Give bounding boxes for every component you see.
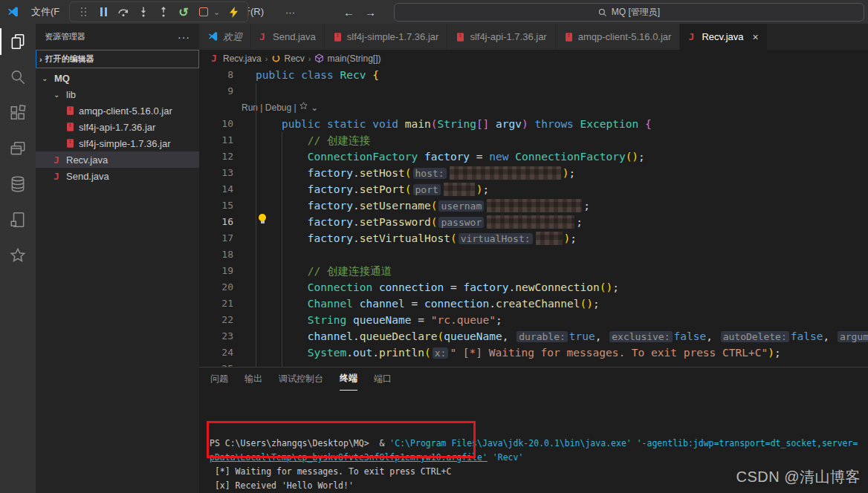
activity-java-runner-icon[interactable] (0, 238, 36, 273)
panel-tab-输出[interactable]: 输出 (244, 368, 262, 390)
menu-more[interactable]: ··· (281, 7, 299, 18)
tree-item-amqp-client-5.16.0.jar[interactable]: amqp-client-5.16.0.jar (36, 102, 199, 119)
tree-item-lib[interactable]: ⌄lib (36, 86, 199, 102)
tree-item-slf4j-api-1.7.36.jar[interactable]: slf4j-api-1.7.36.jar (36, 119, 199, 135)
breadcrumb-item-Recv.java[interactable]: JRecv.java (211, 53, 262, 64)
nav-back-icon[interactable]: ← (343, 6, 354, 19)
codelens-debug-link[interactable]: Debug (265, 102, 291, 113)
line-number[interactable]: 19 (199, 263, 239, 279)
tab-slf4j-simple-1.7.36.jar[interactable]: slf4j-simple-1.7.36.jar (325, 24, 448, 50)
panel-tab-端口[interactable]: 端口 (374, 368, 392, 390)
tab-Send.java[interactable]: JSend.java (251, 24, 325, 50)
line-number[interactable]: 25 (199, 361, 239, 367)
breadcrumb-item-main(String[])[interactable]: main(String[]) (314, 53, 380, 64)
code-line-15[interactable]: 15 factory.setUsername(usernam; (199, 197, 868, 214)
stop-dropdown-chevron[interactable]: ⌄ (213, 7, 220, 17)
code-line-9[interactable]: 9 (199, 83, 868, 99)
tab-label: 欢迎 (223, 30, 242, 44)
line-number[interactable]: 13 (199, 165, 239, 181)
tree-item-label: slf4j-simple-1.7.36.jar (79, 138, 171, 149)
code-line-16[interactable]: 16 factory.setPassword(passwor; (199, 214, 868, 230)
line-number[interactable]: 21 (199, 296, 239, 312)
code-line-content: ConnectionFactory factory = new Connecti… (239, 148, 645, 165)
lightbulb-icon[interactable] (257, 214, 268, 224)
chevron-down-icon: ⌄ (42, 74, 51, 82)
close-icon[interactable]: × (753, 31, 759, 43)
sidebar-more-actions[interactable]: ··· (178, 31, 190, 43)
activity-explorer-icon[interactable] (0, 24, 36, 59)
code-line-21[interactable]: 21 Channel channel = connection.createCh… (199, 296, 868, 312)
code-line-14[interactable]: 14 factory.setPort(port); (199, 181, 868, 197)
code-line-23[interactable]: 23 channel.queueDeclare(queueName, durab… (199, 328, 868, 345)
pause-icon[interactable] (97, 6, 109, 18)
breadcrumb: JRecv.java›Recv›main(String[]) (199, 50, 868, 67)
code-line-13[interactable]: 13 factory.setHost(host:); (199, 165, 868, 181)
panel-tab-调试控制台[interactable]: 调试控制台 (279, 368, 323, 390)
code-line-20[interactable]: 20 Connection connection = factory.newCo… (199, 279, 868, 296)
java-runner-icon[interactable] (299, 101, 308, 111)
vscode-logo-icon (7, 6, 19, 19)
hot-reload-bolt-icon[interactable] (228, 6, 240, 18)
code-line-11[interactable]: 11 // 创建连接 (199, 132, 868, 148)
code-line-18[interactable]: 18 (199, 246, 868, 263)
tree-item-label: lib (66, 89, 76, 100)
tab-amqp-client-5.16.0.jar[interactable]: amqp-client-5.16.0.jar (556, 24, 681, 50)
panel-tab-终端[interactable]: 终端 (340, 368, 357, 391)
step-out-icon[interactable] (158, 6, 169, 18)
line-number[interactable]: 18 (199, 246, 239, 263)
line-number[interactable]: 24 (199, 345, 239, 361)
menu-file[interactable]: 文件(F (27, 5, 64, 19)
tree-item-MQ[interactable]: ⌄MQ (36, 70, 199, 86)
tree-item-slf4j-simple-1.7.36.jar[interactable]: slf4j-simple-1.7.36.jar (36, 135, 199, 151)
line-number[interactable]: 10 (199, 116, 239, 132)
open-editors-section[interactable]: › 打开的编辑器 (36, 50, 199, 68)
annotation-red-box (207, 421, 476, 458)
tab-Recv.java[interactable]: JRecv.java× (680, 24, 767, 50)
activity-extensions-icon[interactable] (0, 95, 36, 131)
code-line-19[interactable]: 19 // 创建连接通道 (199, 263, 868, 279)
command-center-search[interactable]: MQ [管理员] (394, 3, 864, 22)
tab-欢迎[interactable]: 欢迎 (199, 24, 251, 50)
line-number[interactable]: 16 (199, 214, 239, 230)
tab-label: slf4j-api-1.7.36.jar (470, 31, 546, 42)
code-editor[interactable]: 8public class Recv {9Run | Debug | ⌄10 p… (199, 67, 868, 367)
activity-database-icon[interactable] (0, 166, 36, 202)
tree-item-Recv.java[interactable]: JRecv.java (36, 151, 199, 168)
line-number[interactable]: 8 (199, 67, 239, 83)
breadcrumb-item-Recv[interactable]: Recv (271, 53, 304, 64)
line-number[interactable]: 20 (199, 279, 239, 296)
tab-slf4j-api-1.7.36.jar[interactable]: slf4j-api-1.7.36.jar (447, 24, 555, 50)
code-line-8[interactable]: 8public class Recv { (199, 67, 868, 83)
inlay-hint: exclusive: (609, 331, 672, 342)
line-number[interactable]: 23 (199, 328, 239, 345)
code-line-22[interactable]: 22 String queueName = "rc.queue"; (199, 312, 868, 328)
activity-search-icon[interactable] (0, 59, 36, 95)
code-line-content: factory.setVirtualHost(virtualHost:); (239, 230, 577, 246)
nav-forward-icon[interactable]: → (365, 6, 376, 19)
activity-notebook-icon[interactable] (0, 202, 36, 238)
code-line-12[interactable]: 12 ConnectionFactory factory = new Conne… (199, 148, 868, 165)
panel-tab-问题[interactable]: 问题 (210, 368, 228, 390)
line-number[interactable]: 15 (199, 197, 239, 214)
jar-icon (65, 122, 75, 132)
line-number[interactable]: 17 (199, 230, 239, 246)
grip-icon[interactable] (77, 6, 89, 18)
restart-icon[interactable]: ↺ (178, 6, 190, 18)
line-number[interactable]: 22 (199, 312, 239, 328)
code-line-24[interactable]: 24 System.out.println(x:" [*] Waiting fo… (199, 345, 868, 361)
line-number[interactable]: 9 (199, 83, 239, 99)
censored-blur (444, 183, 475, 196)
code-line-content: factory.setPort(port); (239, 181, 489, 197)
line-number[interactable]: 14 (199, 181, 239, 197)
code-line-10[interactable]: 10 public static void main(String[] argv… (199, 116, 868, 132)
code-line-content: Channel channel = connection.createChann… (239, 296, 600, 312)
step-over-icon[interactable] (117, 6, 129, 18)
code-line-25[interactable]: 25 (199, 361, 868, 367)
stop-icon[interactable] (198, 6, 210, 18)
code-line-17[interactable]: 17 factory.setVirtualHost(virtualHost:); (199, 230, 868, 246)
step-into-icon[interactable] (137, 6, 149, 18)
line-number[interactable]: 11 (199, 132, 239, 148)
tree-item-Send.java[interactable]: JSend.java (36, 168, 199, 184)
line-number[interactable]: 12 (199, 148, 239, 165)
activity-windows-icon[interactable] (0, 131, 36, 166)
